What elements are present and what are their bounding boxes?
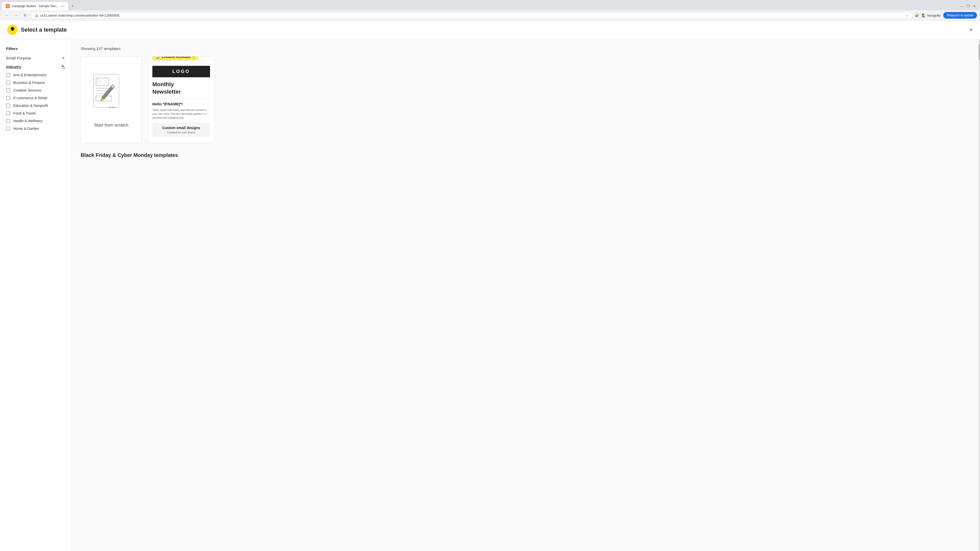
creative-assistant-card[interactable]: 🏠 Creative Assistant ↗ LOGO MonthlyNewsl…	[148, 56, 215, 143]
email-purpose-label: Email Purpose	[6, 56, 31, 60]
custom-email-title: Custom email designs	[156, 126, 207, 130]
creative-assistant-badge: 🏠 Creative Assistant ↗	[152, 56, 198, 60]
sidebar: Filters Email Purpose ▼ Industry ↖ Arts …	[0, 39, 72, 551]
filter-item-arts[interactable]: Arts & Entertainment	[6, 73, 65, 77]
restore-button[interactable]: ❐	[966, 4, 970, 8]
filter-item-food[interactable]: Food & Travel	[6, 111, 65, 115]
ecommerce-checkbox[interactable]	[6, 96, 10, 100]
ecommerce-label: E-commerce & Retail	[13, 96, 47, 100]
business-label: Business & Finance	[13, 81, 45, 85]
address-bar-row: ← → ↻ 🔒 us21.admin.mailchimp.com/email/e…	[0, 10, 980, 21]
svg-point-1	[11, 29, 12, 30]
preview-text: Share useful information and relevant co…	[152, 108, 210, 120]
hello-fname: Hello *|FNAME|*!	[152, 102, 210, 106]
arts-label: Arts & Entertainment	[13, 73, 46, 77]
svg-point-11	[115, 106, 116, 108]
industry-cursor: ↖	[61, 64, 65, 69]
svg-point-10	[112, 106, 113, 108]
business-checkbox[interactable]	[6, 81, 10, 85]
app-body: Filters Email Purpose ▼ Industry ↖ Arts …	[0, 39, 980, 551]
svg-line-18	[97, 81, 100, 85]
filter-item-ecommerce[interactable]: E-commerce & Retail	[6, 96, 65, 100]
tab-bar: M Campaign Builder - Sample Tem... ✕ + —…	[0, 0, 980, 10]
minimize-button[interactable]: —	[960, 4, 963, 8]
svg-line-19	[97, 84, 99, 85]
food-checkbox[interactable]	[6, 111, 10, 115]
relaunch-button[interactable]: Relaunch to update	[943, 12, 977, 19]
showing-count: Showing 137 templates	[81, 46, 969, 51]
home-checkbox[interactable]	[6, 127, 10, 130]
newsletter-title: MonthlyNewsletter	[152, 81, 210, 95]
app-header: Select a template ×	[0, 21, 980, 39]
template-grid-top: Start from scratch 🏠 Creative Assistant …	[81, 56, 969, 143]
forward-button[interactable]: →	[12, 12, 19, 19]
filter-item-creative[interactable]: Creative Services	[6, 88, 65, 92]
incognito-label: Incognito	[927, 14, 941, 17]
industry-label: Industry	[6, 65, 21, 69]
extensions-icon[interactable]: 🧩	[915, 14, 919, 17]
scratch-template-card[interactable]: Start from scratch	[81, 56, 142, 143]
tab-favicon: M	[6, 4, 10, 8]
tab-title: Campaign Builder - Sample Tem...	[12, 4, 59, 8]
arts-checkbox[interactable]	[6, 73, 10, 77]
scrollbar-thumb[interactable]	[978, 44, 980, 60]
email-purpose-chevron: ▼	[62, 56, 65, 60]
health-checkbox[interactable]	[6, 119, 10, 123]
home-label: Home & Garden	[13, 127, 39, 130]
education-label: Education & Nonprofit	[13, 103, 48, 108]
tab-controls: — ❐ ✕	[960, 4, 978, 8]
creative-checkbox[interactable]	[6, 88, 10, 92]
incognito-icon: 🕵️	[921, 14, 926, 17]
main-content: Showing 137 templates	[72, 39, 978, 551]
creative-preview: LOGO MonthlyNewsletter Hello *|FNAME|*! …	[148, 62, 214, 141]
creative-badge-label: Creative Assistant	[162, 56, 191, 59]
close-dialog-button[interactable]: ×	[969, 27, 973, 33]
incognito-badge: 🕵️ Incognito	[921, 14, 941, 17]
svg-point-9	[109, 106, 111, 108]
active-tab[interactable]: M Campaign Builder - Sample Tem... ✕	[2, 2, 68, 10]
scratch-illustration	[91, 72, 132, 123]
filter-item-business[interactable]: Business & Finance	[6, 81, 65, 85]
browser-chrome: M Campaign Builder - Sample Tem... ✕ + —…	[0, 0, 980, 21]
svg-point-2	[13, 29, 13, 30]
tab-close-button[interactable]: ✕	[60, 4, 65, 8]
bookmark-icon[interactable]: ☆	[905, 14, 908, 17]
filters-heading: Filters	[6, 46, 65, 51]
filter-item-education[interactable]: Education & Nonprofit	[6, 103, 65, 108]
address-bar[interactable]: 🔒 us21.admin.mailchimp.com/email/editor?…	[30, 12, 913, 19]
browser-toolbar-right: 🧩 🕵️ Incognito Relaunch to update	[915, 12, 977, 19]
filter-items-list: Arts & Entertainment Business & Finance …	[6, 73, 65, 130]
url-text: us21.admin.mailchimp.com/email/editor?id…	[40, 14, 119, 17]
mailchimp-logo	[7, 25, 18, 35]
svg-line-21	[105, 79, 108, 81]
custom-email-subtitle: Created for your brand	[156, 131, 207, 134]
back-button[interactable]: ←	[3, 12, 10, 19]
reload-button[interactable]: ↻	[21, 12, 29, 19]
window-close-button[interactable]: ✕	[973, 4, 976, 8]
creative-badge-icon: 🏠	[156, 56, 160, 59]
scrollbar[interactable]	[978, 39, 980, 551]
preview-divider	[152, 99, 210, 99]
education-checkbox[interactable]	[6, 103, 10, 108]
filter-item-home[interactable]: Home & Garden	[6, 127, 65, 130]
creative-badge-arrow: ↗	[192, 56, 195, 58]
industry-section[interactable]: Industry ↖	[6, 64, 65, 69]
filter-item-health[interactable]: Health & Wellness	[6, 119, 65, 123]
page-title: Select a template	[21, 27, 67, 33]
email-purpose-section[interactable]: Email Purpose ▼	[6, 56, 65, 60]
address-actions: ☆	[905, 14, 908, 17]
logo-box: LOGO	[152, 66, 210, 77]
black-friday-section-title: Black Friday & Cyber Monday templates	[81, 152, 969, 158]
health-label: Health & Wellness	[13, 119, 42, 123]
new-tab-button[interactable]: +	[69, 3, 76, 10]
lock-icon: 🔒	[35, 14, 38, 17]
creative-label: Creative Services	[13, 88, 41, 92]
custom-email-section: Custom email designs Created for your br…	[152, 123, 210, 137]
food-label: Food & Travel	[13, 111, 35, 115]
svg-line-20	[102, 79, 108, 84]
scratch-label: Start from scratch	[94, 123, 128, 128]
